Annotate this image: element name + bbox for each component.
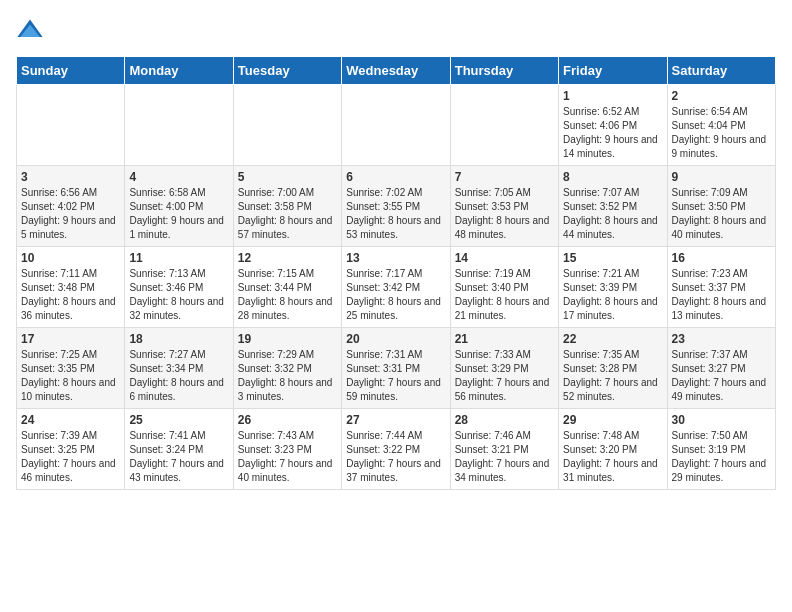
day-number: 30	[672, 413, 771, 427]
day-number: 10	[21, 251, 120, 265]
day-info: Sunrise: 7:35 AM Sunset: 3:28 PM Dayligh…	[563, 348, 662, 404]
calendar-cell: 14Sunrise: 7:19 AM Sunset: 3:40 PM Dayli…	[450, 247, 558, 328]
day-number: 22	[563, 332, 662, 346]
day-info: Sunrise: 6:52 AM Sunset: 4:06 PM Dayligh…	[563, 105, 662, 161]
day-number: 7	[455, 170, 554, 184]
day-info: Sunrise: 7:13 AM Sunset: 3:46 PM Dayligh…	[129, 267, 228, 323]
day-number: 1	[563, 89, 662, 103]
calendar-table: SundayMondayTuesdayWednesdayThursdayFrid…	[16, 56, 776, 490]
calendar-cell: 28Sunrise: 7:46 AM Sunset: 3:21 PM Dayli…	[450, 409, 558, 490]
day-number: 13	[346, 251, 445, 265]
calendar-cell: 29Sunrise: 7:48 AM Sunset: 3:20 PM Dayli…	[559, 409, 667, 490]
logo-icon	[16, 16, 44, 44]
page-header	[16, 16, 776, 44]
day-info: Sunrise: 7:31 AM Sunset: 3:31 PM Dayligh…	[346, 348, 445, 404]
day-number: 8	[563, 170, 662, 184]
calendar-cell	[17, 85, 125, 166]
calendar-week-row: 3Sunrise: 6:56 AM Sunset: 4:02 PM Daylig…	[17, 166, 776, 247]
calendar-cell: 9Sunrise: 7:09 AM Sunset: 3:50 PM Daylig…	[667, 166, 775, 247]
calendar-header-thursday: Thursday	[450, 57, 558, 85]
day-info: Sunrise: 7:21 AM Sunset: 3:39 PM Dayligh…	[563, 267, 662, 323]
day-info: Sunrise: 7:29 AM Sunset: 3:32 PM Dayligh…	[238, 348, 337, 404]
calendar-cell: 1Sunrise: 6:52 AM Sunset: 4:06 PM Daylig…	[559, 85, 667, 166]
day-number: 12	[238, 251, 337, 265]
day-number: 27	[346, 413, 445, 427]
day-info: Sunrise: 7:23 AM Sunset: 3:37 PM Dayligh…	[672, 267, 771, 323]
day-info: Sunrise: 7:33 AM Sunset: 3:29 PM Dayligh…	[455, 348, 554, 404]
day-number: 3	[21, 170, 120, 184]
day-info: Sunrise: 7:11 AM Sunset: 3:48 PM Dayligh…	[21, 267, 120, 323]
calendar-cell	[342, 85, 450, 166]
calendar-week-row: 24Sunrise: 7:39 AM Sunset: 3:25 PM Dayli…	[17, 409, 776, 490]
calendar-cell: 20Sunrise: 7:31 AM Sunset: 3:31 PM Dayli…	[342, 328, 450, 409]
calendar-cell: 2Sunrise: 6:54 AM Sunset: 4:04 PM Daylig…	[667, 85, 775, 166]
day-info: Sunrise: 7:37 AM Sunset: 3:27 PM Dayligh…	[672, 348, 771, 404]
day-info: Sunrise: 7:39 AM Sunset: 3:25 PM Dayligh…	[21, 429, 120, 485]
calendar-cell: 26Sunrise: 7:43 AM Sunset: 3:23 PM Dayli…	[233, 409, 341, 490]
calendar-header-monday: Monday	[125, 57, 233, 85]
calendar-cell: 13Sunrise: 7:17 AM Sunset: 3:42 PM Dayli…	[342, 247, 450, 328]
day-info: Sunrise: 7:46 AM Sunset: 3:21 PM Dayligh…	[455, 429, 554, 485]
day-info: Sunrise: 7:17 AM Sunset: 3:42 PM Dayligh…	[346, 267, 445, 323]
calendar-cell: 16Sunrise: 7:23 AM Sunset: 3:37 PM Dayli…	[667, 247, 775, 328]
calendar-header-saturday: Saturday	[667, 57, 775, 85]
day-info: Sunrise: 7:25 AM Sunset: 3:35 PM Dayligh…	[21, 348, 120, 404]
day-number: 9	[672, 170, 771, 184]
calendar-cell: 23Sunrise: 7:37 AM Sunset: 3:27 PM Dayli…	[667, 328, 775, 409]
day-info: Sunrise: 7:27 AM Sunset: 3:34 PM Dayligh…	[129, 348, 228, 404]
calendar-cell: 27Sunrise: 7:44 AM Sunset: 3:22 PM Dayli…	[342, 409, 450, 490]
calendar-week-row: 10Sunrise: 7:11 AM Sunset: 3:48 PM Dayli…	[17, 247, 776, 328]
calendar-cell: 22Sunrise: 7:35 AM Sunset: 3:28 PM Dayli…	[559, 328, 667, 409]
calendar-cell: 21Sunrise: 7:33 AM Sunset: 3:29 PM Dayli…	[450, 328, 558, 409]
day-info: Sunrise: 7:50 AM Sunset: 3:19 PM Dayligh…	[672, 429, 771, 485]
day-number: 19	[238, 332, 337, 346]
calendar-cell: 4Sunrise: 6:58 AM Sunset: 4:00 PM Daylig…	[125, 166, 233, 247]
day-info: Sunrise: 6:56 AM Sunset: 4:02 PM Dayligh…	[21, 186, 120, 242]
calendar-cell	[233, 85, 341, 166]
calendar-cell: 30Sunrise: 7:50 AM Sunset: 3:19 PM Dayli…	[667, 409, 775, 490]
day-info: Sunrise: 7:44 AM Sunset: 3:22 PM Dayligh…	[346, 429, 445, 485]
day-info: Sunrise: 7:00 AM Sunset: 3:58 PM Dayligh…	[238, 186, 337, 242]
day-number: 2	[672, 89, 771, 103]
day-info: Sunrise: 7:09 AM Sunset: 3:50 PM Dayligh…	[672, 186, 771, 242]
calendar-cell: 6Sunrise: 7:02 AM Sunset: 3:55 PM Daylig…	[342, 166, 450, 247]
day-info: Sunrise: 7:05 AM Sunset: 3:53 PM Dayligh…	[455, 186, 554, 242]
calendar-header-tuesday: Tuesday	[233, 57, 341, 85]
day-info: Sunrise: 7:19 AM Sunset: 3:40 PM Dayligh…	[455, 267, 554, 323]
day-info: Sunrise: 7:15 AM Sunset: 3:44 PM Dayligh…	[238, 267, 337, 323]
day-number: 26	[238, 413, 337, 427]
calendar-cell: 17Sunrise: 7:25 AM Sunset: 3:35 PM Dayli…	[17, 328, 125, 409]
day-number: 28	[455, 413, 554, 427]
day-number: 16	[672, 251, 771, 265]
calendar-cell: 5Sunrise: 7:00 AM Sunset: 3:58 PM Daylig…	[233, 166, 341, 247]
day-info: Sunrise: 6:58 AM Sunset: 4:00 PM Dayligh…	[129, 186, 228, 242]
calendar-cell: 10Sunrise: 7:11 AM Sunset: 3:48 PM Dayli…	[17, 247, 125, 328]
day-info: Sunrise: 7:41 AM Sunset: 3:24 PM Dayligh…	[129, 429, 228, 485]
calendar-cell: 11Sunrise: 7:13 AM Sunset: 3:46 PM Dayli…	[125, 247, 233, 328]
calendar-week-row: 17Sunrise: 7:25 AM Sunset: 3:35 PM Dayli…	[17, 328, 776, 409]
logo	[16, 16, 48, 44]
day-number: 4	[129, 170, 228, 184]
day-number: 17	[21, 332, 120, 346]
day-number: 14	[455, 251, 554, 265]
day-info: Sunrise: 7:43 AM Sunset: 3:23 PM Dayligh…	[238, 429, 337, 485]
calendar-cell: 18Sunrise: 7:27 AM Sunset: 3:34 PM Dayli…	[125, 328, 233, 409]
calendar-cell: 12Sunrise: 7:15 AM Sunset: 3:44 PM Dayli…	[233, 247, 341, 328]
day-number: 23	[672, 332, 771, 346]
day-number: 25	[129, 413, 228, 427]
day-number: 20	[346, 332, 445, 346]
calendar-cell: 7Sunrise: 7:05 AM Sunset: 3:53 PM Daylig…	[450, 166, 558, 247]
day-number: 5	[238, 170, 337, 184]
calendar-cell: 8Sunrise: 7:07 AM Sunset: 3:52 PM Daylig…	[559, 166, 667, 247]
day-info: Sunrise: 7:07 AM Sunset: 3:52 PM Dayligh…	[563, 186, 662, 242]
calendar-header-wednesday: Wednesday	[342, 57, 450, 85]
calendar-header-friday: Friday	[559, 57, 667, 85]
calendar-header-row: SundayMondayTuesdayWednesdayThursdayFrid…	[17, 57, 776, 85]
calendar-cell: 24Sunrise: 7:39 AM Sunset: 3:25 PM Dayli…	[17, 409, 125, 490]
day-info: Sunrise: 6:54 AM Sunset: 4:04 PM Dayligh…	[672, 105, 771, 161]
day-info: Sunrise: 7:48 AM Sunset: 3:20 PM Dayligh…	[563, 429, 662, 485]
calendar-cell: 15Sunrise: 7:21 AM Sunset: 3:39 PM Dayli…	[559, 247, 667, 328]
calendar-cell: 3Sunrise: 6:56 AM Sunset: 4:02 PM Daylig…	[17, 166, 125, 247]
day-number: 6	[346, 170, 445, 184]
calendar-week-row: 1Sunrise: 6:52 AM Sunset: 4:06 PM Daylig…	[17, 85, 776, 166]
